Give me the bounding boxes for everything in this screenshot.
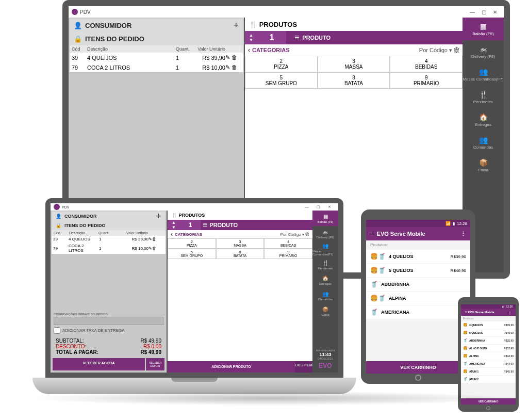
obs-input[interactable]	[54, 317, 163, 325]
app-icon	[54, 204, 60, 210]
edit-icon[interactable]: ✎ 🗑	[225, 54, 241, 61]
receive-later-button[interactable]: RECEBER DEPOIS	[146, 358, 164, 370]
category-cell[interactable]: 3MASSA	[216, 238, 265, 249]
category-cell[interactable]: 2PIZZA	[168, 238, 216, 249]
product-item[interactable]: 🥤ABOBRINHA	[366, 278, 470, 291]
rail-delivery[interactable]: 🏍Delivery (F8)	[463, 40, 504, 63]
product-item[interactable]: 🥤ATUM 2	[461, 376, 516, 383]
person-icon: 👤	[74, 22, 82, 29]
rail-balcao[interactable]: ▦Balcão (F9)	[463, 18, 504, 40]
totals: SUBTOTAL:R$ 49,90 DESCONTO:R$ 0,00 TOTAL…	[56, 338, 161, 355]
category-cell[interactable]: 5SEM GRUPO	[245, 72, 318, 89]
rail-balcao[interactable]: ▦Balcão (F9)	[312, 211, 338, 226]
hamburger-icon[interactable]: ≡	[370, 231, 373, 237]
back-button[interactable]: ‹	[171, 231, 173, 238]
rail-entregas[interactable]: 🏠Entregas	[463, 108, 504, 131]
maximize-button[interactable]: ▢	[312, 205, 324, 209]
house-icon: 🏠	[479, 113, 488, 121]
order-item-row[interactable]: 79COCA 2 LITROS1R$ 10,00✎🗑	[52, 243, 166, 254]
category-cell[interactable]: 5SEM GRUPO	[168, 249, 216, 259]
product-item[interactable]: 🥤AMERICANAR$44,90	[461, 360, 516, 367]
product-item[interactable]: 🍔ALHO E ÓLEOR$35,90	[461, 345, 516, 352]
items-title: ITENS DO PEDIDO	[85, 35, 144, 43]
overflow-icon[interactable]: ⋮	[508, 311, 512, 314]
qty-stepper[interactable]: ▲▼	[245, 31, 257, 44]
product-item[interactable]: 🍔🥤4 QUEIJOSR$39,90	[366, 250, 470, 263]
order-item-row[interactable]: 79 COCA 2 LITROS 1 R$ 10,00 ✎ 🗑	[70, 62, 243, 72]
rail-delivery[interactable]: 🏍Delivery (F8)	[312, 226, 338, 241]
category-cell[interactable]: 4BEBIDAS	[390, 56, 463, 72]
rail-pendentes[interactable]: 🍴Pendentes	[463, 86, 504, 108]
window-title: PDV	[62, 205, 69, 209]
category-cell[interactable]: 3MASSA	[318, 56, 390, 72]
rail-caixa[interactable]: 📦Caixa	[312, 303, 338, 319]
mobile-navbar: ≡ EVO Serve Mobile⋮	[366, 227, 470, 240]
qty-value[interactable]: 1	[257, 31, 286, 44]
add-consumer-button[interactable]: +	[156, 211, 161, 222]
product-item[interactable]: 🍔ATUM 1R$45,90	[461, 368, 516, 375]
col-quant: Quant.	[176, 46, 194, 52]
qty-stepper[interactable]: ▲▼	[168, 220, 180, 230]
edit-icon[interactable]: ✎ 🗑	[225, 64, 241, 71]
category-cell[interactable]: 8BATATA	[216, 249, 265, 259]
consumer-title: CONSUMIDOR	[85, 22, 131, 29]
barcode-icon: ≡	[203, 220, 207, 230]
category-cell[interactable]: 8BATATA	[318, 72, 390, 89]
back-button[interactable]: ‹	[248, 46, 250, 54]
close-button[interactable]: ✕	[489, 9, 501, 15]
product-item[interactable]: 🥤ABOBRINHAR$35,90	[461, 337, 516, 344]
home-button[interactable]	[486, 406, 490, 410]
rail-pendentes[interactable]: 🍴Pendentes	[312, 257, 338, 272]
items-table-header: Cód Descrição Quant. Valor Unitário	[70, 45, 243, 53]
rail-caixa[interactable]: 📦Caixa	[463, 154, 504, 176]
minimize-button[interactable]: —	[467, 9, 478, 15]
consumer-title: CONSUMIDOR	[64, 214, 97, 219]
category-cell[interactable]: 9PRIMARIO	[264, 249, 312, 259]
category-cell[interactable]: 4BEBIDAS	[264, 238, 312, 249]
sort-dropdown[interactable]: Por Código ▾ 🕸	[280, 232, 309, 237]
food-icon: 🍔🥤	[370, 295, 386, 302]
mobile-navbar: ≡ EVO Serve Mobile⋮	[461, 309, 516, 316]
product-item[interactable]: 🍔ALPINAR$44,90	[461, 352, 516, 360]
col-desc: Descrição	[87, 46, 176, 52]
add-product-button[interactable]: ADICIONAR PRODUTO	[168, 361, 295, 373]
category-cell[interactable]: 9PRIMARIO	[390, 72, 463, 89]
add-consumer-button[interactable]: +	[233, 20, 239, 31]
order-panel: 👤CONSUMIDOR+ 🔒ITENS DO PEDIDO Cód Descri…	[51, 211, 167, 373]
edit-icon[interactable]: ✎🗑	[148, 237, 164, 241]
sort-dropdown[interactable]: Por Código ▾ 🕸	[419, 47, 459, 54]
edit-icon[interactable]: ✎🗑	[148, 246, 164, 251]
rail-comandas[interactable]: 👥Comandas	[463, 131, 504, 154]
order-item-row[interactable]: 39 4 QUEIJOS 1 R$ 39,90 ✎ 🗑	[70, 53, 243, 62]
titlebar: PDV — ▢ ✕	[69, 6, 504, 18]
rail-comandas[interactable]: 👥Comandas	[312, 288, 338, 303]
order-item-row[interactable]: 394 QUEIJOS1R$ 39,90✎🗑	[52, 236, 166, 243]
device-shadow	[31, 391, 510, 406]
obs-item-button[interactable]: OBS ITEM	[295, 361, 312, 373]
tax-checkbox[interactable]	[54, 327, 60, 334]
maximize-button[interactable]: ▢	[478, 9, 489, 15]
product-item[interactable]: 🍔🥤ALPINA	[366, 292, 470, 305]
product-item[interactable]: 🍔5 QUEIJOSR$46,90	[461, 329, 516, 336]
overflow-icon[interactable]: ⋮	[460, 231, 466, 237]
product-item[interactable]: 🍔🥤5 QUEIJOSR$46,90	[366, 264, 470, 277]
view-cart-button[interactable]: VER CARRINHO	[366, 361, 470, 374]
rail-entregas[interactable]: 🏠Entregas	[312, 272, 338, 288]
product-item[interactable]: 🥤AMERICANA	[366, 305, 470, 319]
home-button[interactable]	[415, 375, 421, 381]
drink-icon: 🥤	[370, 281, 378, 288]
battery-icon: ▮	[453, 221, 455, 226]
receive-now-button[interactable]: RECEBER AGORA	[53, 358, 145, 370]
rail-mesas[interactable]: 👥Mesas Comandas(F7)	[463, 63, 504, 86]
minimize-button[interactable]: —	[301, 205, 312, 209]
rail-mesas[interactable]: 👥Mesas Comandas(F7)	[312, 241, 338, 257]
food-icon: 🍔🥤	[370, 267, 386, 274]
hamburger-icon[interactable]: ≡	[465, 311, 467, 314]
qty-value[interactable]: 1	[180, 220, 201, 230]
motorcycle-icon: 🏍	[480, 45, 487, 53]
product-item[interactable]: 🍔4 QUEIJOSR$39,90	[461, 321, 516, 329]
clock-time: 11:43	[314, 352, 337, 357]
titlebar: PDV — ▢ ✕	[51, 203, 338, 211]
category-cell[interactable]: 2PIZZA	[245, 56, 318, 72]
close-button[interactable]: ✕	[324, 205, 335, 209]
